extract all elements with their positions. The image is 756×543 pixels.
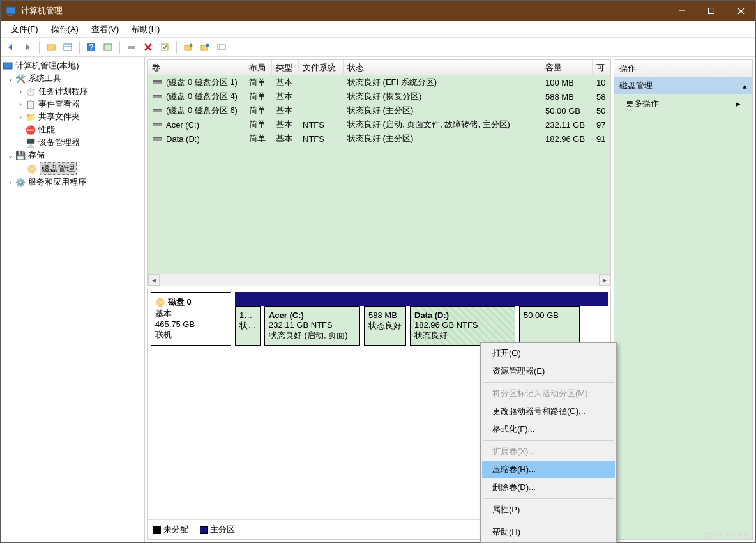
menu-file[interactable]: 文件(F) [4,22,45,36]
actions-title: 操作 [614,60,752,77]
separator [119,41,120,54]
volume-row[interactable]: (磁盘 0 磁盘分区 1)简单基本状态良好 (EFI 系统分区)100 MB10 [148,75,610,89]
tree-root[interactable]: 计算机管理(本地) [2,59,143,72]
col-volume[interactable]: 卷 [148,60,245,75]
partition-box[interactable]: Acer (C:)232.11 GB NTFS状态良好 (启动, 页面) [264,306,360,346]
tree-disk-management[interactable]: 📀 磁盘管理 [2,162,143,176]
separator [79,41,80,54]
toolbar-icon[interactable] [157,40,172,55]
partition-box[interactable]: 50.00 GB [519,306,580,346]
toolbar: ? [1,38,755,57]
svg-rect-3 [709,8,714,14]
tree-label: 设备管理器 [38,137,80,148]
partition-box[interactable]: Data (D:)182.96 GB NTFS状态良好 [410,306,515,346]
context-menu-item[interactable]: 更改驱动器号和路径(C)... [482,402,615,420]
context-menu-item[interactable]: 属性(P) [482,501,615,519]
svg-rect-32 [153,137,162,138]
context-separator [483,498,614,499]
toolbar-icon[interactable] [60,40,75,55]
svg-rect-30 [153,123,162,124]
svg-rect-20 [218,45,225,50]
separator [39,41,40,54]
volume-row[interactable]: (磁盘 0 磁盘分区 6)简单基本状态良好 (主分区)50.00 GB50 [148,103,610,118]
volume-body[interactable]: (磁盘 0 磁盘分区 1)简单基本状态良好 (EFI 系统分区)100 MB10… [148,75,610,274]
context-menu-item[interactable]: 帮助(H) [482,523,615,541]
col-type[interactable]: 类型 [272,60,299,75]
toolbar-icon[interactable] [124,40,139,55]
col-filesystem[interactable]: 文件系统 [299,60,344,75]
tree-item[interactable]: ›⏱️任务计划程序 [2,85,143,98]
toolbar-icon[interactable] [181,40,196,55]
legend-primary: 主分区 [210,524,235,534]
left-tree-panel[interactable]: 计算机管理(本地) ⌄🛠️ 系统工具 ›⏱️任务计划程序›📋事件查看器›📁共享文… [1,57,145,542]
disk-type: 基本 [155,308,227,319]
minimize-button[interactable] [667,1,697,21]
maximize-button[interactable] [697,1,726,21]
forward-button[interactable] [20,40,35,55]
svg-rect-22 [3,63,12,69]
toolbar-icon[interactable] [197,40,213,55]
toolbar-icon[interactable] [43,40,59,55]
separator [176,41,177,54]
volume-row[interactable]: Acer (C:)简单基本NTFS状态良好 (启动, 页面文件, 故障转储, 主… [148,118,610,132]
delete-icon[interactable] [140,40,156,55]
svg-rect-6 [47,45,55,50]
tree-storage[interactable]: ⌄💾 存储 [2,149,143,162]
svg-point-17 [190,43,193,47]
volume-list: 卷 布局 类型 文件系统 状态 容量 可 (磁盘 0 磁盘分区 1)简单基本状态… [147,59,611,286]
toolbar-icon[interactable] [100,40,116,55]
col-layout[interactable]: 布局 [245,60,272,75]
tree-system-tools[interactable]: ⌄🛠️ 系统工具 [2,72,143,85]
volume-header-row: 卷 布局 类型 文件系统 状态 容量 可 [148,60,610,75]
close-button[interactable] [726,1,755,21]
col-status[interactable]: 状态 [344,60,541,75]
partitions-row: 100 M状态良Acer (C:)232.11 GB NTFS状态良好 (启动,… [235,306,608,346]
context-separator [483,382,614,383]
svg-rect-24 [153,80,162,82]
context-menu-item[interactable]: 删除卷(D)... [482,478,615,496]
context-menu-item: 将分区标记为活动分区(M) [482,385,615,402]
horizontal-scrollbar[interactable]: ◄ ► [148,274,610,286]
menu-action[interactable]: 操作(A) [45,22,85,36]
col-free[interactable]: 可 [593,60,610,75]
context-separator [483,521,614,521]
toolbar-icon[interactable] [214,40,229,55]
collapse-icon: ▴ [743,81,747,91]
scroll-left-button[interactable]: ◄ [148,274,160,286]
context-menu-item[interactable]: 资源管理器(E) [482,362,615,380]
tree-item[interactable]: ›📋事件查看器 [2,98,143,111]
context-menu-item[interactable]: 格式化(F)... [482,420,615,438]
disk-size: 465.75 GB [155,319,227,329]
menu-view[interactable]: 查看(V) [85,22,125,36]
volume-row[interactable]: Data (D:)简单基本NTFS状态良好 (主分区)182.96 GB91 [148,132,610,146]
watermark: @51CTO博客 [703,530,751,540]
back-button[interactable] [3,40,19,55]
context-menu-item[interactable]: 打开(O) [482,344,615,362]
partition-box[interactable]: 100 M状态良 [235,306,261,346]
context-menu-item: 扩展卷(X)... [482,443,615,461]
col-capacity[interactable]: 容量 [541,60,593,75]
tree-item[interactable]: ⛔性能 [2,123,143,136]
disk-info-box[interactable]: 📀磁盘 0 基本 465.75 GB 联机 [151,292,231,346]
context-menu-item[interactable]: 压缩卷(H)... [482,461,615,478]
disk-status: 联机 [155,329,227,340]
menubar: 文件(F) 操作(A) 查看(V) 帮助(H) [1,21,755,38]
actions-panel: 操作 磁盘管理 ▴ 更多操作 ▸ [614,59,753,540]
tree-label: 服务和应用程序 [28,176,86,188]
volume-row[interactable]: (磁盘 0 磁盘分区 4)简单基本状态良好 (恢复分区)588 MB58 [148,89,610,103]
tree-label: 磁盘管理 [40,162,77,175]
app-icon [6,6,16,16]
menu-help[interactable]: 帮助(H) [125,22,166,36]
tree-item[interactable]: ›📁共享文件夹 [2,111,143,123]
tree-label: 共享文件夹 [38,111,80,123]
tree-services[interactable]: ›⚙️ 服务和应用程序 [2,176,143,188]
actions-section[interactable]: 磁盘管理 ▴ [614,77,752,94]
partition-box[interactable]: 588 MB状态良好 [364,306,406,346]
scroll-right-button[interactable]: ► [599,274,610,286]
help-icon[interactable]: ? [84,40,99,55]
svg-rect-26 [153,95,162,96]
actions-more[interactable]: 更多操作 ▸ [614,94,752,113]
svg-rect-0 [6,7,15,14]
chevron-right-icon: ▸ [736,99,741,109]
tree-item[interactable]: 🖥️设备管理器 [2,136,143,149]
